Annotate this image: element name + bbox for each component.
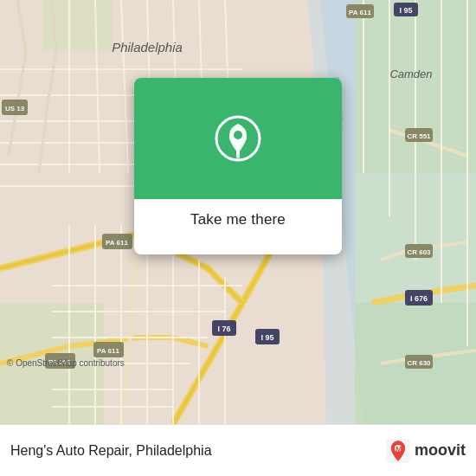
svg-text:US 13: US 13	[5, 105, 25, 113]
popup-arrow	[226, 241, 250, 254]
popup-green-area	[134, 78, 342, 199]
place-name: Heng's Auto Repair, Philadelphia	[10, 443, 386, 459]
svg-text:I 76: I 76	[217, 325, 230, 333]
moovit-icon: M	[386, 439, 410, 463]
moovit-text: moovit	[415, 441, 466, 460]
svg-text:PA 611: PA 611	[349, 9, 371, 16]
svg-text:Camden: Camden	[389, 68, 432, 80]
popup-button-area: Take me there	[134, 199, 342, 241]
svg-text:I 676: I 676	[410, 294, 428, 303]
popup-card: Take me there	[134, 78, 342, 254]
svg-text:M: M	[396, 445, 402, 453]
location-pin-icon	[215, 115, 261, 162]
svg-text:PA 611: PA 611	[97, 347, 119, 355]
svg-text:CR 603: CR 603	[407, 248, 431, 256]
svg-point-72	[234, 131, 242, 139]
svg-text:Philadelphia: Philadelphia	[112, 40, 183, 55]
copyright-text: © OpenStreetMap contributors	[7, 358, 125, 368]
svg-text:I 95: I 95	[399, 6, 412, 15]
take-me-there-button[interactable]: Take me there	[190, 211, 286, 228]
svg-text:PA 611: PA 611	[106, 239, 128, 247]
bottom-bar: Heng's Auto Repair, Philadelphia M moovi…	[0, 424, 476, 476]
moovit-logo: M moovit	[386, 439, 466, 463]
svg-text:CR 630: CR 630	[407, 359, 431, 367]
svg-text:CR 551: CR 551	[407, 132, 431, 140]
map-container: I 95 I 76 I 76 I 95 PA 611 PA 611 PA 291…	[0, 0, 476, 424]
svg-text:I 95: I 95	[261, 333, 273, 342]
